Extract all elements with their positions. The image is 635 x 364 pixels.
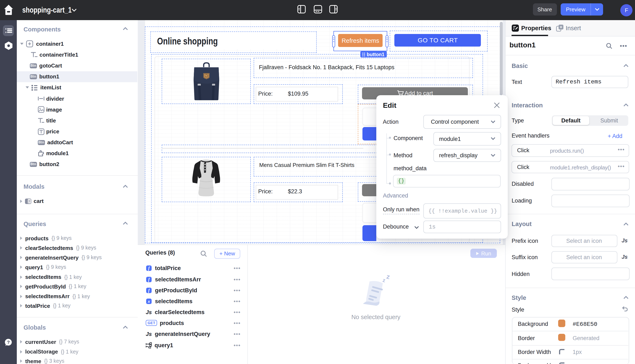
svg-text:z: z (386, 275, 390, 280)
svg-text:z: z (382, 277, 386, 284)
svg-text:?: ? (7, 340, 10, 345)
